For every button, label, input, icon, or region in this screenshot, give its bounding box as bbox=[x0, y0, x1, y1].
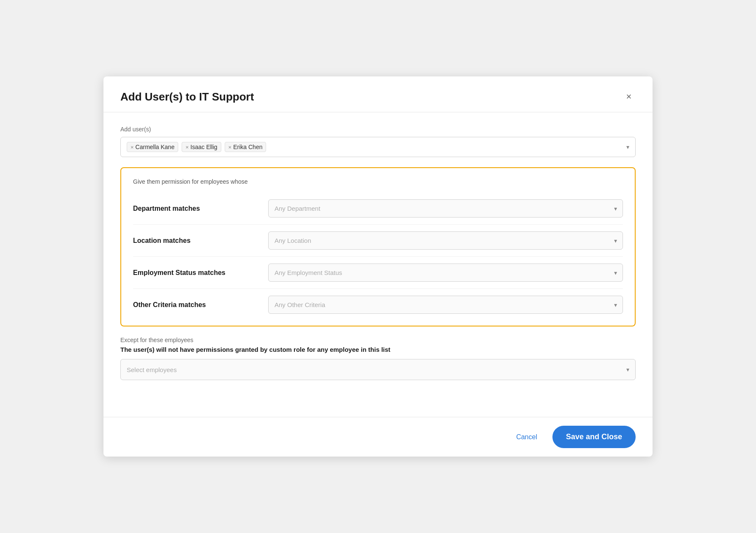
permission-box-label: Give them permission for employees whose bbox=[133, 178, 623, 185]
user-tag-name: Erika Chen bbox=[233, 144, 262, 150]
location-criteria-row: Location matches Any Location ▾ bbox=[133, 225, 623, 257]
employment-status-select-wrapper: Any Employment Status ▾ bbox=[268, 264, 623, 282]
close-button[interactable]: × bbox=[622, 90, 636, 103]
department-select-wrapper: Any Department ▾ bbox=[268, 199, 623, 218]
employment-status-label: Employment Status matches bbox=[133, 269, 268, 277]
except-select-chevron-icon: ▾ bbox=[626, 366, 629, 373]
except-select-box[interactable]: Select employees ▾ bbox=[120, 359, 636, 380]
user-tag-erika: × Erika Chen bbox=[225, 142, 267, 152]
remove-user-isaac[interactable]: × bbox=[185, 144, 189, 150]
other-criteria-row: Other Criteria matches Any Other Criteri… bbox=[133, 289, 623, 315]
modal-title: Add User(s) to IT Support bbox=[120, 90, 254, 103]
location-select[interactable]: Any Location bbox=[268, 231, 623, 250]
close-icon: × bbox=[626, 91, 632, 102]
save-and-close-button[interactable]: Save and Close bbox=[552, 426, 636, 448]
modal-footer: Cancel Save and Close bbox=[103, 417, 653, 457]
other-criteria-select[interactable]: Any Other Criteria bbox=[268, 296, 623, 314]
other-criteria-select-wrapper: Any Other Criteria ▾ bbox=[268, 296, 623, 314]
permission-criteria-box: Give them permission for employees whose… bbox=[120, 167, 636, 326]
except-section: Except for these employees The user(s) w… bbox=[120, 337, 636, 380]
user-tag-name: Isaac Ellig bbox=[190, 144, 218, 150]
except-select-placeholder: Select employees bbox=[127, 366, 177, 373]
except-description: The user(s) will not have permissions gr… bbox=[120, 346, 636, 353]
department-select[interactable]: Any Department bbox=[268, 199, 623, 218]
add-users-label: Add user(s) bbox=[120, 126, 636, 133]
location-label: Location matches bbox=[133, 237, 268, 245]
remove-user-erika[interactable]: × bbox=[228, 144, 232, 150]
user-tag-name: Carmella Kane bbox=[136, 144, 175, 150]
cancel-button[interactable]: Cancel bbox=[509, 429, 544, 445]
employment-status-criteria-row: Employment Status matches Any Employment… bbox=[133, 257, 623, 289]
modal-header: Add User(s) to IT Support × bbox=[103, 76, 653, 112]
other-criteria-label: Other Criteria matches bbox=[133, 301, 268, 309]
department-criteria-row: Department matches Any Department ▾ bbox=[133, 193, 623, 225]
employment-status-select[interactable]: Any Employment Status bbox=[268, 264, 623, 282]
department-label: Department matches bbox=[133, 205, 268, 212]
modal-body: Add user(s) × Carmella Kane × Isaac Elli… bbox=[103, 112, 653, 417]
user-tag-carmella: × Carmella Kane bbox=[127, 142, 178, 152]
user-select-box[interactable]: × Carmella Kane × Isaac Ellig × Erika Ch… bbox=[120, 137, 636, 157]
user-select-chevron-icon: ▾ bbox=[626, 144, 629, 150]
add-users-section: Add user(s) × Carmella Kane × Isaac Elli… bbox=[120, 126, 636, 157]
remove-user-carmella[interactable]: × bbox=[131, 144, 134, 150]
location-select-wrapper: Any Location ▾ bbox=[268, 231, 623, 250]
user-tag-isaac: × Isaac Ellig bbox=[182, 142, 221, 152]
modal-dialog: Add User(s) to IT Support × Add user(s) … bbox=[103, 76, 653, 457]
except-label: Except for these employees bbox=[120, 337, 636, 343]
